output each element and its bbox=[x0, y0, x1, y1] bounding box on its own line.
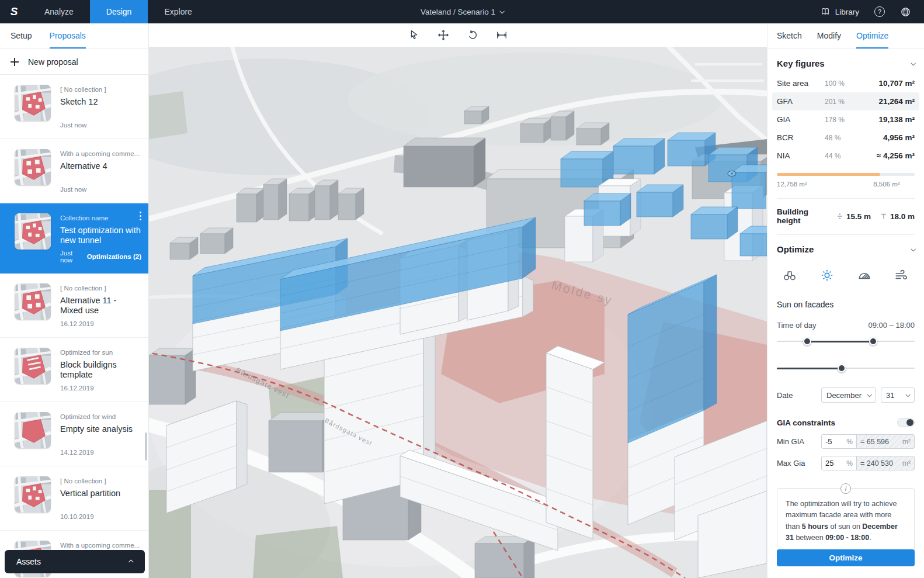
proposal-thumbnail bbox=[15, 348, 51, 384]
move-tool-button[interactable] bbox=[435, 27, 451, 43]
globe-icon[interactable] bbox=[900, 6, 911, 18]
proposal-card[interactable]: With a upcoming comme... Alternative 4 J… bbox=[0, 139, 148, 203]
optimize-button[interactable]: Optimize bbox=[777, 549, 915, 566]
breadcrumb[interactable]: Vateland / Scenario 1 bbox=[421, 8, 503, 16]
map-viewport: Bårdsgata vest Bårdsgata vest Molde sy bbox=[149, 23, 767, 578]
optimize-section-header[interactable]: Optimize bbox=[777, 244, 915, 254]
slider-handle-end[interactable] bbox=[869, 337, 877, 345]
proposal-collection: Collection name bbox=[60, 214, 141, 221]
avg-height-value: 15.5 m bbox=[846, 212, 871, 221]
optimizations-badge[interactable]: Optimizations (2) bbox=[87, 253, 141, 260]
proposal-card[interactable]: [ No collection ] Sketch 12 Just now bbox=[0, 75, 148, 139]
max-gia-computed: = 240 530 bbox=[860, 459, 893, 468]
proposal-card[interactable]: Optimized for wind Empty site analysis 1… bbox=[0, 402, 148, 466]
proposal-title: Sketch 12 bbox=[60, 97, 141, 107]
proposal-title: Block buildigns template bbox=[60, 360, 141, 380]
kf-value: 10,707 m² bbox=[861, 79, 915, 88]
kf-label: NIA bbox=[777, 151, 825, 160]
proposal-collection: Optimized for wind bbox=[60, 413, 141, 420]
select-tool-button[interactable] bbox=[406, 27, 422, 43]
tab-proposals[interactable]: Proposals bbox=[50, 23, 86, 49]
app-logo-icon[interactable]: S bbox=[0, 0, 28, 23]
proposal-card[interactable]: [ No collection ] Alternative 11 - Mixed… bbox=[0, 274, 148, 338]
key-figure-row: Site area 100 % 10,707 m² bbox=[777, 74, 915, 92]
top-bar: S Analyze Design Explore Vateland / Scen… bbox=[0, 0, 924, 23]
assets-panel-toggle[interactable]: Assets bbox=[5, 550, 145, 573]
kf-value: ≈ 4,256 m² bbox=[861, 151, 915, 160]
proposal-collection: [ No collection ] bbox=[60, 477, 141, 484]
max-height-value: 18.0 m bbox=[890, 212, 915, 221]
key-figures-title: Key figures bbox=[777, 58, 825, 68]
rotate-tool-button[interactable] bbox=[464, 27, 481, 43]
breadcrumb-label: Vateland / Scenario 1 bbox=[421, 8, 495, 16]
key-figures-header[interactable]: Key figures bbox=[777, 58, 915, 68]
proposal-date: 16.12.2019 bbox=[60, 320, 141, 327]
chevron-down-icon bbox=[867, 392, 871, 397]
time-range-value: 09:00 – 18:00 bbox=[868, 321, 915, 330]
gia-constraints-toggle[interactable] bbox=[897, 418, 915, 427]
optimize-section-title: Optimize bbox=[777, 244, 814, 254]
key-figures-table: Site area 100 % 10,707 m² GFA 201 % 21,2… bbox=[777, 74, 915, 165]
eye-icon[interactable] bbox=[728, 171, 736, 176]
area-unit: m² bbox=[902, 438, 911, 446]
proposals-sidebar: Setup Proposals New proposal [ No collec… bbox=[0, 23, 149, 578]
key-figure-row: GIA 178 % 19,138 m² bbox=[777, 110, 915, 129]
proposal-thumbnail bbox=[15, 149, 51, 185]
main-nav: Analyze Design Explore bbox=[28, 0, 209, 23]
tab-optimize[interactable]: Optimize bbox=[856, 23, 888, 49]
library-label: Library bbox=[835, 8, 859, 16]
slider-handle[interactable] bbox=[838, 364, 846, 372]
tab-setup[interactable]: Setup bbox=[11, 23, 32, 49]
proposal-collection: With a upcoming comme... bbox=[60, 542, 141, 549]
proposal-date: Just now bbox=[60, 122, 141, 129]
wind-mode-button[interactable] bbox=[892, 266, 911, 285]
tab-modify[interactable]: Modify bbox=[817, 23, 841, 49]
proposal-card-selected[interactable]: Collection name Test optimization with n… bbox=[0, 203, 148, 274]
sun-icon bbox=[819, 268, 835, 283]
cursor-icon bbox=[408, 29, 421, 41]
views-mode-button[interactable] bbox=[780, 266, 799, 285]
day-select[interactable]: 31 bbox=[881, 387, 915, 403]
kebab-menu-icon[interactable] bbox=[140, 212, 141, 213]
proposal-title: Alternative 11 - Mixed use bbox=[60, 296, 141, 316]
slider-handle-start[interactable] bbox=[803, 337, 811, 345]
sun-mode-button[interactable] bbox=[818, 266, 836, 285]
tab-sketch[interactable]: Sketch bbox=[777, 23, 802, 49]
assets-label: Assets bbox=[16, 557, 41, 566]
month-select[interactable]: December bbox=[821, 387, 876, 403]
proposal-thumbnail bbox=[15, 85, 51, 121]
noise-mode-button[interactable] bbox=[855, 266, 874, 285]
wind-icon bbox=[894, 268, 909, 283]
max-height-icon bbox=[880, 213, 887, 220]
proposal-date: 14.12.2019 bbox=[60, 449, 141, 456]
nav-analyze[interactable]: Analyze bbox=[28, 0, 90, 23]
kf-value: 19,138 m² bbox=[861, 115, 915, 124]
avg-height-icon bbox=[836, 213, 843, 220]
proposal-title: Test optimization with new tunnel bbox=[60, 226, 141, 245]
kf-label: GIA bbox=[777, 115, 825, 124]
new-proposal-button[interactable]: New proposal bbox=[0, 49, 148, 75]
library-button[interactable]: Library bbox=[820, 6, 859, 17]
max-gia-input[interactable] bbox=[825, 459, 840, 468]
time-range-slider[interactable] bbox=[777, 337, 915, 345]
proposal-card[interactable]: [ No collection ] Vertical partition 10.… bbox=[0, 466, 148, 531]
nav-explore[interactable]: Explore bbox=[148, 0, 208, 23]
kf-percent: 44 % bbox=[825, 152, 861, 160]
app-window: S Analyze Design Explore Vateland / Scen… bbox=[0, 0, 924, 578]
measure-tool-button[interactable] bbox=[494, 27, 510, 43]
new-proposal-label: New proposal bbox=[28, 57, 78, 67]
building-height-label: Building height bbox=[777, 207, 827, 225]
sidebar-tabs: Setup Proposals bbox=[0, 23, 148, 49]
help-icon[interactable]: ? bbox=[874, 6, 885, 17]
kf-label: GFA bbox=[777, 97, 825, 106]
proposal-card[interactable]: Optimized for sun Block buildigns templa… bbox=[0, 338, 148, 402]
chevron-down-icon bbox=[500, 9, 505, 13]
kf-value: 21,264 m² bbox=[861, 97, 915, 106]
nav-design[interactable]: Design bbox=[90, 0, 148, 23]
duration-slider[interactable] bbox=[777, 364, 915, 372]
key-figure-row[interactable]: GFA 201 % 21,264 m² bbox=[772, 92, 919, 110]
chevron-down-icon bbox=[911, 247, 915, 251]
min-gia-input[interactable] bbox=[825, 437, 840, 446]
sidebar-scrollbar[interactable] bbox=[145, 432, 147, 461]
map-3d-view[interactable]: Bårdsgata vest Bårdsgata vest Molde sy bbox=[149, 47, 767, 578]
